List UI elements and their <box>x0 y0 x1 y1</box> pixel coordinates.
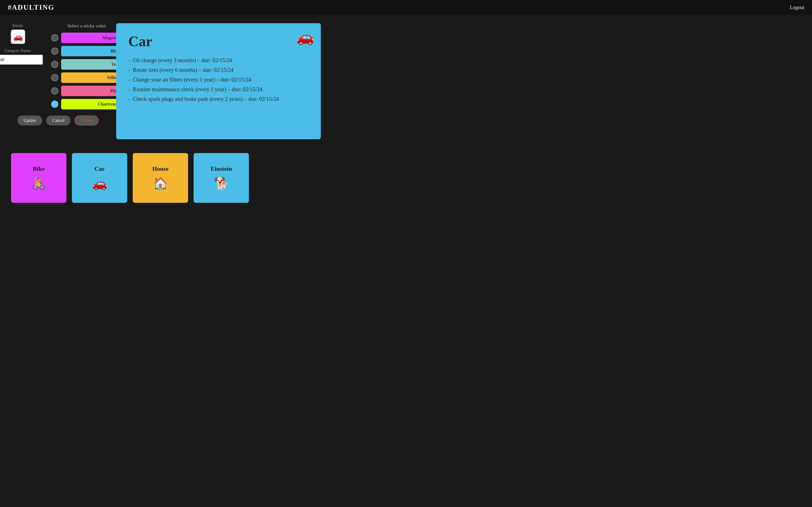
action-buttons: Update Cancel Delete <box>17 115 99 125</box>
color-selector-label: Select a sticky color: <box>67 23 107 29</box>
category-card-emoji: 🏠 <box>153 176 168 191</box>
category-card-title: Einstein <box>210 165 232 172</box>
header: #ADULTING Logout <box>0 0 812 15</box>
category-section: Category Name: <box>0 48 43 65</box>
color-swatch-teal[interactable]: Teal <box>61 59 123 70</box>
color-row[interactable]: Blue <box>51 46 123 56</box>
sticky-card-title: Car <box>128 33 309 49</box>
color-swatch-yellow[interactable]: Yellow <box>61 72 123 83</box>
color-radio-teal[interactable] <box>51 61 58 68</box>
color-row[interactable]: Chartreuse <box>51 99 123 109</box>
form-top: Emoji: 🚗 Category Name: Select a sticky … <box>11 23 105 109</box>
sticky-card-item: Change your air filters (every 1 year) –… <box>128 76 309 83</box>
category-card-emoji: 🐕 <box>214 176 229 191</box>
delete-button[interactable]: Delete <box>74 115 99 125</box>
main-content: Emoji: 🚗 Category Name: Select a sticky … <box>0 15 812 148</box>
color-swatch-chartreuse[interactable]: Chartreuse <box>61 99 123 109</box>
category-card-emoji: 🚴 <box>31 176 46 191</box>
category-name-input[interactable] <box>0 55 43 65</box>
color-radio-pink[interactable] <box>51 87 58 95</box>
sticky-card: Car 🚗 Oil change (every 3 months) – due:… <box>116 23 321 139</box>
color-radio-blue[interactable] <box>51 48 58 55</box>
color-swatch-magenta[interactable]: Magenta <box>61 33 123 43</box>
category-card-title: Bike <box>33 165 45 172</box>
color-row[interactable]: Magenta <box>51 33 123 43</box>
sticky-card-item: Oil change (every 3 months) – due: 02/15… <box>128 57 309 64</box>
color-options: MagentaBlueTealYellowPinkChartreuse <box>51 33 123 109</box>
color-swatch-blue[interactable]: Blue <box>61 46 123 56</box>
edit-form-panel: Emoji: 🚗 Category Name: Select a sticky … <box>11 23 105 139</box>
emoji-picker[interactable]: 🚗 <box>11 30 25 44</box>
sticky-card-item: Rotate tires (every 6 months) – due: 02/… <box>128 67 309 73</box>
color-row[interactable]: Teal <box>51 59 123 70</box>
color-radio-yellow[interactable] <box>51 74 58 81</box>
cancel-button[interactable]: Cancel <box>46 115 70 125</box>
color-radio-chartreuse[interactable] <box>51 101 58 108</box>
category-card-title: House <box>152 165 169 172</box>
color-row[interactable]: Yellow <box>51 72 123 83</box>
category-card-house[interactable]: House🏠 <box>133 153 188 203</box>
category-card-emoji: 🚗 <box>92 176 107 191</box>
color-section: Select a sticky color: MagentaBlueTealYe… <box>51 23 123 109</box>
category-label: Category Name: <box>4 48 32 53</box>
sticky-card-emoji: 🚗 <box>296 29 314 46</box>
sticky-card-item: Check spark plugs and brake pads (every … <box>128 96 309 102</box>
color-radio-magenta[interactable] <box>51 34 58 42</box>
logout-button[interactable]: Logout <box>790 5 804 10</box>
update-button[interactable]: Update <box>17 115 42 125</box>
color-row[interactable]: Pink <box>51 86 123 96</box>
emoji-section: Emoji: 🚗 <box>11 23 25 44</box>
category-card-title: Car <box>95 165 105 172</box>
bottom-cards: Bike🚴Car🚗House🏠Einstein🐕 <box>0 148 812 208</box>
category-card-car[interactable]: Car🚗 <box>72 153 127 203</box>
emoji-label: Emoji: <box>12 23 24 28</box>
category-card-einstein[interactable]: Einstein🐕 <box>194 153 249 203</box>
sticky-card-item: Routine maintenance check (every 1 year)… <box>128 86 309 93</box>
category-card-bike[interactable]: Bike🚴 <box>11 153 66 203</box>
color-swatch-pink[interactable]: Pink <box>61 86 123 96</box>
app-title: #ADULTING <box>8 3 54 12</box>
sticky-card-items: Oil change (every 3 months) – due: 02/15… <box>128 57 309 102</box>
emoji-value: 🚗 <box>13 32 23 42</box>
